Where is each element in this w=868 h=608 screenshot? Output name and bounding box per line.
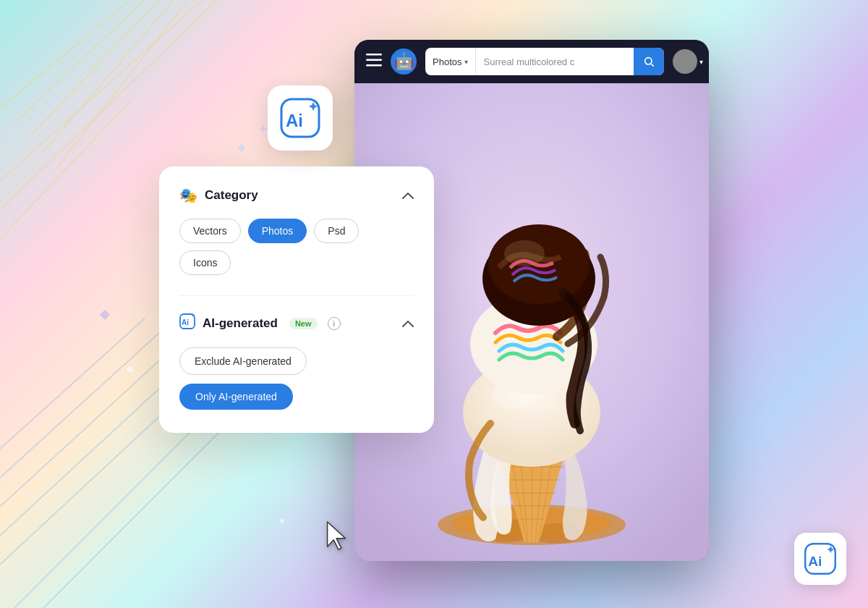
ai-header: Ai AI-generated New i (179, 313, 414, 333)
tag-vectors[interactable]: Vectors (179, 219, 241, 243)
scene: 🤖 Photos ▾ Surreal multicolored c (0, 0, 868, 608)
category-selector[interactable]: Photos ▾ (425, 48, 476, 75)
ai-filter-options: Exclude AI-generated Only AI-generated (179, 347, 414, 410)
tag-photos[interactable]: Photos (248, 219, 307, 243)
svg-rect-24 (366, 59, 382, 61)
svg-point-26 (645, 58, 652, 64)
section-divider (179, 295, 414, 296)
svg-text:Ai: Ai (286, 111, 303, 130)
svg-text:Ai: Ai (808, 554, 822, 569)
svg-rect-25 (366, 64, 382, 67)
search-bar[interactable]: Photos ▾ Surreal multicolored c (425, 48, 664, 75)
hamburger-icon[interactable] (366, 54, 382, 70)
category-title: 🎭 Category (179, 187, 258, 204)
svg-text:Ai: Ai (182, 318, 189, 326)
filter-panel: 🎭 Category Vectors Photos Psd Icons (159, 166, 434, 433)
svg-line-27 (651, 64, 654, 67)
tag-icons[interactable]: Icons (179, 250, 231, 275)
category-collapse-icon[interactable] (402, 189, 414, 202)
category-icon: 🎭 (179, 187, 197, 204)
corner-ai-badge: Ai (794, 533, 846, 585)
svg-rect-23 (366, 54, 382, 56)
ai-filter-icon: Ai (179, 313, 195, 333)
category-tags: Vectors Photos Psd Icons (179, 219, 414, 275)
tag-psd[interactable]: Psd (314, 219, 359, 243)
robot-icon: 🤖 (394, 52, 414, 71)
exclude-ai-button[interactable]: Exclude AI-generated (179, 347, 307, 375)
ai-collapse-icon[interactable] (402, 317, 414, 330)
site-logo: 🤖 (391, 48, 417, 75)
cursor (324, 520, 350, 554)
ai-logo-card: Ai (268, 85, 333, 151)
search-input[interactable]: Surreal multicolored c (476, 56, 634, 67)
dropdown-arrow: ▾ (464, 58, 468, 66)
user-avatar[interactable] (673, 49, 697, 74)
category-section: 🎭 Category Vectors Photos Psd Icons (179, 187, 414, 275)
ai-title: Ai AI-generated New i (179, 313, 341, 333)
only-ai-button[interactable]: Only AI-generated (179, 384, 293, 410)
ai-new-badge: New (289, 318, 318, 329)
ai-section: Ai AI-generated New i Exclude AI-generat… (179, 313, 414, 410)
category-header: 🎭 Category (179, 187, 414, 204)
category-label: Photos (433, 56, 461, 67)
info-icon[interactable]: i (328, 317, 341, 330)
search-button[interactable] (634, 48, 664, 75)
browser-header: 🤖 Photos ▾ Surreal multicolored c (354, 40, 709, 83)
